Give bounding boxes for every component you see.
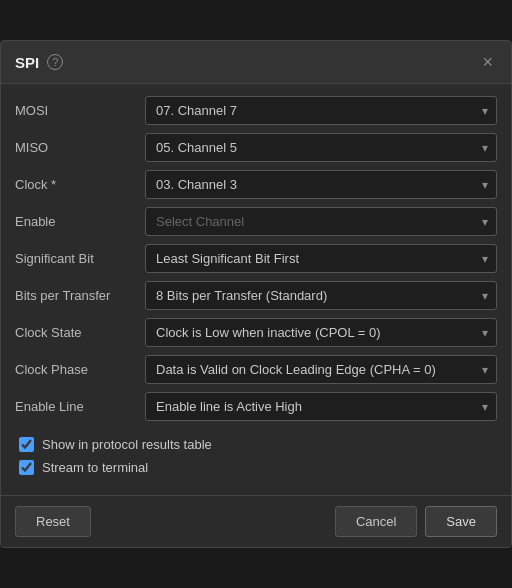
- bits-per-transfer-row: Bits per Transfer 8 Bits per Transfer (S…: [15, 281, 497, 310]
- mosi-label: MOSI: [15, 103, 145, 118]
- mosi-row: MOSI 07. Channel 7: [15, 96, 497, 125]
- title-area: SPI ?: [15, 54, 63, 71]
- cancel-button[interactable]: Cancel: [335, 506, 417, 537]
- clock-state-control: Clock is Low when inactive (CPOL = 0) Cl…: [145, 318, 497, 347]
- enable-row: Enable Select Channel: [15, 207, 497, 236]
- help-icon[interactable]: ?: [47, 54, 63, 70]
- mosi-control: 07. Channel 7: [145, 96, 497, 125]
- significant-bit-select[interactable]: Least Significant Bit First Most Signifi…: [145, 244, 497, 273]
- clock-phase-label: Clock Phase: [15, 362, 145, 377]
- miso-row: MISO 05. Channel 5: [15, 133, 497, 162]
- clock-select[interactable]: 03. Channel 3: [145, 170, 497, 199]
- enable-line-row: Enable Line Enable line is Active High E…: [15, 392, 497, 421]
- clock-label: Clock *: [15, 177, 145, 192]
- enable-select[interactable]: Select Channel: [145, 207, 497, 236]
- clock-row: Clock * 03. Channel 3: [15, 170, 497, 199]
- bits-per-transfer-select[interactable]: 8 Bits per Transfer (Standard) 16 Bits p…: [145, 281, 497, 310]
- clock-phase-select[interactable]: Data is Valid on Clock Leading Edge (CPH…: [145, 355, 497, 384]
- miso-control: 05. Channel 5: [145, 133, 497, 162]
- significant-bit-row: Significant Bit Least Significant Bit Fi…: [15, 244, 497, 273]
- show-in-table-checkbox[interactable]: [19, 437, 34, 452]
- show-in-table-row: Show in protocol results table: [15, 437, 497, 452]
- enable-line-label: Enable Line: [15, 399, 145, 414]
- checkboxes-area: Show in protocol results table Stream to…: [15, 431, 497, 475]
- clock-control: 03. Channel 3: [145, 170, 497, 199]
- stream-to-terminal-checkbox[interactable]: [19, 460, 34, 475]
- stream-to-terminal-label: Stream to terminal: [42, 460, 148, 475]
- reset-button[interactable]: Reset: [15, 506, 91, 537]
- significant-bit-control: Least Significant Bit First Most Signifi…: [145, 244, 497, 273]
- miso-label: MISO: [15, 140, 145, 155]
- stream-to-terminal-row: Stream to terminal: [15, 460, 497, 475]
- mosi-select[interactable]: 07. Channel 7: [145, 96, 497, 125]
- enable-line-control: Enable line is Active High Enable line i…: [145, 392, 497, 421]
- significant-bit-label: Significant Bit: [15, 251, 145, 266]
- clock-phase-control: Data is Valid on Clock Leading Edge (CPH…: [145, 355, 497, 384]
- bits-per-transfer-control: 8 Bits per Transfer (Standard) 16 Bits p…: [145, 281, 497, 310]
- close-button[interactable]: ×: [478, 51, 497, 73]
- dialog-body: MOSI 07. Channel 7 MISO 05. Channel 5 Cl…: [1, 84, 511, 495]
- clock-phase-row: Clock Phase Data is Valid on Clock Leadi…: [15, 355, 497, 384]
- footer-right: Cancel Save: [335, 506, 497, 537]
- clock-state-select[interactable]: Clock is Low when inactive (CPOL = 0) Cl…: [145, 318, 497, 347]
- enable-control: Select Channel: [145, 207, 497, 236]
- dialog-footer: Reset Cancel Save: [1, 495, 511, 547]
- dialog-title: SPI: [15, 54, 39, 71]
- enable-label: Enable: [15, 214, 145, 229]
- clock-state-row: Clock State Clock is Low when inactive (…: [15, 318, 497, 347]
- show-in-table-label: Show in protocol results table: [42, 437, 212, 452]
- dialog-header: SPI ? ×: [1, 41, 511, 84]
- miso-select[interactable]: 05. Channel 5: [145, 133, 497, 162]
- enable-line-select[interactable]: Enable line is Active High Enable line i…: [145, 392, 497, 421]
- spi-dialog: SPI ? × MOSI 07. Channel 7 MISO 05. Chan…: [0, 40, 512, 548]
- clock-state-label: Clock State: [15, 325, 145, 340]
- save-button[interactable]: Save: [425, 506, 497, 537]
- bits-per-transfer-label: Bits per Transfer: [15, 288, 145, 303]
